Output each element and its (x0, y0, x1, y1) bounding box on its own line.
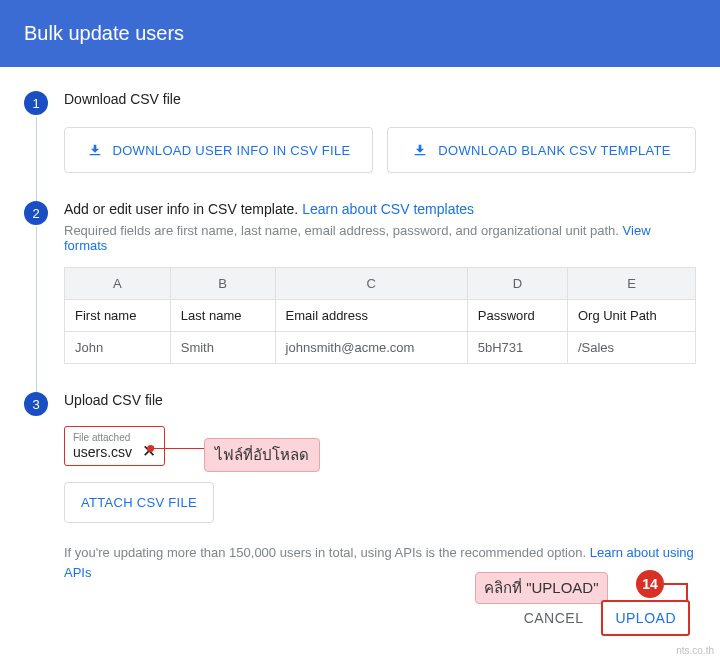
step-number: 2 (24, 201, 48, 225)
button-label: DOWNLOAD USER INFO IN CSV FILE (113, 143, 351, 158)
step-connector (36, 117, 37, 213)
col-letter: C (275, 268, 467, 300)
cancel-button[interactable]: CANCEL (524, 610, 584, 626)
field-name: Email address (275, 300, 467, 332)
table-field-row: First name Last name Email address Passw… (65, 300, 696, 332)
chip-filename: users.csv (73, 444, 132, 460)
annotation-callout-file: ไฟล์ที่อัปโหลด (204, 438, 320, 472)
button-label: DOWNLOAD BLANK CSV TEMPLATE (438, 143, 670, 158)
learn-csv-templates-link[interactable]: Learn about CSV templates (302, 201, 474, 217)
field-name: Org Unit Path (567, 300, 695, 332)
cell: Smith (170, 332, 275, 364)
download-icon (412, 142, 428, 158)
col-letter: D (467, 268, 567, 300)
annotation-line (150, 448, 204, 449)
step-connector (36, 227, 37, 404)
dialog-content: 1 Download CSV file DOWNLOAD USER INFO I… (0, 67, 720, 610)
step-1: 1 Download CSV file DOWNLOAD USER INFO I… (24, 91, 696, 201)
step-2: 2 Add or edit user info in CSV template.… (24, 201, 696, 392)
table-row: John Smith johnsmith@acme.com 5bH731 /Sa… (65, 332, 696, 364)
col-letter: E (567, 268, 695, 300)
attach-csv-button[interactable]: ATTACH CSV FILE (64, 482, 214, 523)
step-1-title: Download CSV file (64, 91, 696, 107)
dialog-header: Bulk update users (0, 0, 720, 67)
step-3-title: Upload CSV file (64, 392, 696, 408)
download-user-info-button[interactable]: DOWNLOAD USER INFO IN CSV FILE (64, 127, 373, 173)
cell: John (65, 332, 171, 364)
dialog-title: Bulk update users (24, 22, 184, 44)
dialog-footer: CANCEL UPLOAD (524, 600, 690, 636)
download-icon (87, 142, 103, 158)
step-2-subtitle: Required fields are first name, last nam… (64, 223, 696, 253)
download-blank-template-button[interactable]: DOWNLOAD BLANK CSV TEMPLATE (387, 127, 696, 173)
upload-button[interactable]: UPLOAD (601, 600, 690, 636)
watermark: nts.co.th (676, 645, 714, 656)
field-name: Password (467, 300, 567, 332)
table-column-row: A B C D E (65, 268, 696, 300)
annotation-line (664, 583, 688, 585)
field-name: First name (65, 300, 171, 332)
col-letter: A (65, 268, 171, 300)
cell: /Sales (567, 332, 695, 364)
annotation-step-badge: 14 (636, 570, 664, 598)
col-letter: B (170, 268, 275, 300)
cell: johnsmith@acme.com (275, 332, 467, 364)
step-number: 1 (24, 91, 48, 115)
step-2-title: Add or edit user info in CSV template. L… (64, 201, 696, 217)
field-name: Last name (170, 300, 275, 332)
csv-sample-table: A B C D E First name Last name Email add… (64, 267, 696, 364)
cell: 5bH731 (467, 332, 567, 364)
step-number: 3 (24, 392, 48, 416)
button-label: ATTACH CSV FILE (81, 495, 197, 510)
